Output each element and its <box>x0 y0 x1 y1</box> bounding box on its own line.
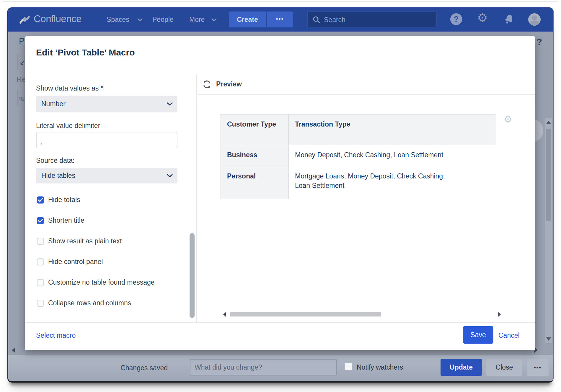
checkbox-icon[interactable] <box>37 300 44 307</box>
left-panel-scrollbar[interactable] <box>190 233 195 318</box>
top-nav: Confluence Spaces People More Create ••• <box>8 7 553 32</box>
column-header: Transaction Type <box>289 114 496 145</box>
chevron-down-icon <box>167 102 173 106</box>
chevron-down-icon <box>167 174 173 178</box>
cancel-button[interactable]: Cancel <box>498 332 520 339</box>
save-button[interactable]: Save <box>463 326 493 344</box>
screenshot-stage: Confluence Spaces People More Create ••• <box>0 0 561 392</box>
vertical-scroll-thumb[interactable] <box>546 129 551 221</box>
close-button[interactable]: Close <box>486 359 522 376</box>
checkbox-icon[interactable] <box>37 279 44 286</box>
select-macro-link[interactable]: Select macro <box>36 332 76 339</box>
dimmed-page-overlay: P ↙ Re ✎ ? Changes saved Notif <box>8 32 553 381</box>
save-status: Changes saved <box>97 364 168 372</box>
row-header: Business <box>221 145 289 166</box>
create-more-button[interactable]: ••• <box>267 12 293 27</box>
preview-label: Preview <box>216 80 242 88</box>
checkbox-icon[interactable] <box>37 238 44 245</box>
nav-more[interactable]: More <box>189 7 205 32</box>
delimiter-input[interactable] <box>36 132 177 148</box>
header-divider <box>25 74 535 74</box>
gear-icon[interactable]: ⚙ <box>476 12 489 24</box>
source-data-select[interactable]: Hide tables <box>36 168 177 183</box>
editor-more-button[interactable]: ••• <box>527 359 549 376</box>
search-icon <box>312 15 321 24</box>
avatar[interactable] <box>528 13 541 26</box>
checkbox-checked-icon[interactable] <box>37 217 44 224</box>
page-vertical-scrollbar[interactable] <box>545 118 552 344</box>
help-icon[interactable]: ? <box>450 13 463 26</box>
pivot-preview-table: Customer Type Transaction Type Business … <box>221 114 496 199</box>
checkbox-checked-icon[interactable] <box>37 196 44 204</box>
version-comment-input[interactable] <box>190 359 337 375</box>
values-as-label: Show data values as * <box>36 84 103 92</box>
values-as-select[interactable]: Number <box>36 96 177 112</box>
footer-divider <box>25 322 535 323</box>
logo-wordmark[interactable]: Confluence <box>34 13 81 24</box>
table-cell: Money Deposit, Check Cashing, Loan Settl… <box>289 145 496 166</box>
refresh-icon[interactable] <box>202 79 212 89</box>
panel-divider <box>196 74 197 322</box>
page-title-fragment: P <box>19 36 25 46</box>
scroll-left-arrow[interactable] <box>223 312 226 317</box>
notify-watchers-label: Notify watchers <box>357 363 403 371</box>
notify-watchers-checkbox[interactable] <box>345 363 352 370</box>
create-split-button: Create ••• <box>229 12 293 27</box>
scroll-left-arrow[interactable] <box>12 347 15 353</box>
nav-spaces[interactable]: Spaces <box>107 7 129 32</box>
preview-scroll-thumb[interactable] <box>230 312 381 316</box>
scroll-down-arrow[interactable] <box>546 337 551 341</box>
confluence-logo-icon[interactable] <box>18 13 31 26</box>
dialog-title: Edit ‘Pivot Table’ Macro <box>36 47 135 58</box>
scroll-up-arrow[interactable] <box>546 121 551 124</box>
search-input[interactable] <box>323 13 434 27</box>
page-help-fragment[interactable]: ? <box>536 37 542 47</box>
scroll-right-arrow[interactable] <box>498 312 501 317</box>
bell-icon[interactable] <box>503 13 515 26</box>
table-settings-gear-icon[interactable]: ⚙ <box>504 114 512 125</box>
sidebar-edge-line <box>17 54 18 70</box>
chevron-down-icon <box>211 18 217 21</box>
editor-bottom-bar: Changes saved Notify watchers Update Clo… <box>8 354 553 381</box>
preview-horizontal-scrollbar[interactable] <box>220 311 503 318</box>
update-button[interactable]: Update <box>441 359 482 376</box>
create-button[interactable]: Create <box>229 12 267 27</box>
nav-people[interactable]: People <box>152 7 174 32</box>
confluence-window: Confluence Spaces People More Create ••• <box>7 7 554 383</box>
column-header: Customer Type <box>221 114 289 145</box>
delimiter-label: Literal value delimiter <box>36 122 100 130</box>
search-box <box>307 12 437 27</box>
row-header: Personal <box>221 166 289 199</box>
edit-macro-dialog: Edit ‘Pivot Table’ Macro Show data value… <box>25 36 535 350</box>
chevron-down-icon <box>137 18 143 21</box>
source-data-label: Source data: <box>36 157 74 165</box>
table-cell: Mortgage Loans, Money Deposit, Check Cas… <box>289 166 496 199</box>
checkbox-icon[interactable] <box>37 258 44 265</box>
preview-divider <box>196 94 535 95</box>
